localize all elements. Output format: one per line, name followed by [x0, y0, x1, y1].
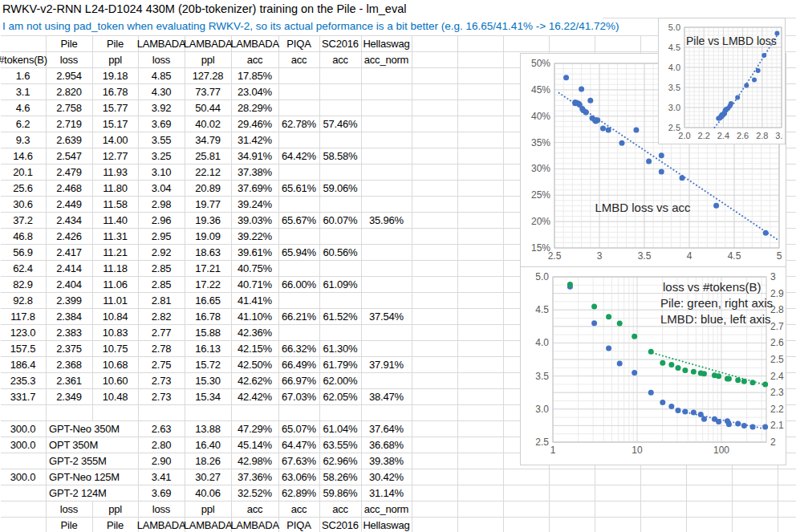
data-cell[interactable]: 22.12 — [185, 164, 231, 180]
data-cell[interactable] — [319, 292, 361, 308]
empty-cell[interactable] — [361, 404, 412, 420]
data-cell[interactable]: 9.3 — [0, 132, 46, 148]
data-cell[interactable]: 31.42% — [231, 132, 278, 148]
data-cell[interactable]: 30.6 — [0, 196, 46, 212]
data-cell[interactable]: 92.8 — [0, 292, 46, 308]
footer-label-cell[interactable]: loss — [138, 501, 185, 517]
model-name-cell[interactable]: GPT-2 124M — [46, 485, 138, 501]
data-cell[interactable]: 40.71% — [231, 276, 278, 292]
data-cell[interactable]: 31.14% — [361, 485, 412, 501]
empty-cell[interactable] — [138, 404, 185, 420]
data-cell[interactable]: 15.34 — [185, 388, 231, 404]
footer-label-cell[interactable]: acc — [231, 501, 278, 517]
data-cell[interactable]: 2.434 — [46, 212, 92, 228]
data-cell[interactable]: 39.61% — [231, 244, 278, 260]
data-cell[interactable]: 2.85 — [138, 276, 185, 292]
column-header-cell[interactable]: Hellaswag — [361, 35, 412, 51]
data-cell[interactable]: 34.91% — [231, 148, 278, 164]
data-cell[interactable] — [278, 83, 319, 99]
column-header-cell[interactable]: acc — [278, 51, 319, 67]
data-cell[interactable] — [361, 164, 412, 180]
footer-label-cell[interactable]: acc_norm — [361, 501, 412, 517]
data-cell[interactable] — [361, 148, 412, 164]
data-cell[interactable] — [319, 67, 361, 83]
data-cell[interactable]: 65.67% — [278, 212, 319, 228]
footer-label-cell[interactable]: LAMBADA — [231, 517, 278, 532]
data-cell[interactable]: 11.18 — [92, 260, 138, 276]
data-cell[interactable]: 30.27 — [185, 469, 231, 485]
data-cell[interactable] — [278, 99, 319, 116]
data-cell[interactable]: 2.820 — [46, 83, 92, 99]
empty-cell[interactable] — [319, 404, 361, 420]
data-cell[interactable]: 3.41 — [138, 469, 185, 485]
data-cell[interactable]: 2.77 — [138, 324, 185, 340]
data-cell[interactable]: 64.42% — [278, 148, 319, 164]
data-cell[interactable]: 2.479 — [46, 164, 92, 180]
data-cell[interactable]: 15.77 — [92, 99, 138, 116]
empty-cell[interactable] — [92, 404, 138, 420]
data-cell[interactable]: 2.414 — [46, 260, 92, 276]
data-cell[interactable]: 2.399 — [46, 292, 92, 308]
data-cell[interactable] — [319, 164, 361, 180]
data-cell[interactable]: 18.63 — [185, 244, 231, 260]
data-cell[interactable]: 41.10% — [231, 308, 278, 324]
data-cell[interactable]: 59.06% — [319, 180, 361, 196]
data-cell[interactable] — [361, 196, 412, 212]
data-cell[interactable]: 2.80 — [138, 437, 185, 453]
data-cell[interactable]: 23.04% — [231, 83, 278, 99]
footer-label-cell[interactable]: loss — [46, 501, 92, 517]
data-cell[interactable]: 2.95 — [138, 228, 185, 244]
data-cell[interactable]: 60.07% — [319, 212, 361, 228]
data-cell[interactable]: 11.93 — [92, 164, 138, 180]
data-cell[interactable]: 2.63 — [138, 420, 185, 437]
data-cell[interactable]: 66.00% — [278, 276, 319, 292]
data-cell[interactable]: 67.63% — [278, 453, 319, 469]
data-cell[interactable]: 46.8 — [0, 228, 46, 244]
sheet-subtitle-cell[interactable]: I am not using pad_token when evaluating… — [2, 20, 619, 32]
data-cell[interactable]: 39.22% — [231, 228, 278, 244]
column-header-cell[interactable]: acc — [231, 51, 278, 67]
data-cell[interactable]: 19.18 — [92, 67, 138, 83]
data-cell[interactable]: 20.89 — [185, 180, 231, 196]
empty-cell[interactable] — [185, 404, 231, 420]
data-cell[interactable]: 2.92 — [138, 244, 185, 260]
data-cell[interactable]: 42.42% — [231, 388, 278, 404]
data-cell[interactable]: 37.69% — [231, 180, 278, 196]
data-cell[interactable]: 3.92 — [138, 99, 185, 116]
data-cell[interactable]: 11.58 — [92, 196, 138, 212]
data-cell[interactable]: 65.07% — [278, 420, 319, 437]
data-cell[interactable]: 65.61% — [278, 180, 319, 196]
data-cell[interactable]: 10.84 — [92, 308, 138, 324]
data-cell[interactable]: 73.77 — [185, 83, 231, 99]
data-cell[interactable]: 13.88 — [185, 420, 231, 437]
data-cell[interactable]: 37.54% — [361, 308, 412, 324]
footer-label-cell[interactable]: LAMBADA — [185, 517, 231, 532]
data-cell[interactable]: 11.80 — [92, 180, 138, 196]
data-cell[interactable]: 6.2 — [0, 116, 46, 132]
data-cell[interactable] — [361, 228, 412, 244]
data-cell[interactable]: 42.15% — [231, 340, 278, 356]
data-cell[interactable] — [361, 83, 412, 99]
data-cell[interactable]: 37.64% — [361, 420, 412, 437]
data-cell[interactable]: 10.83 — [92, 324, 138, 340]
data-cell[interactable]: 36.68% — [361, 437, 412, 453]
data-cell[interactable]: 40.06 — [185, 485, 231, 501]
data-cell[interactable]: 11.06 — [92, 276, 138, 292]
data-cell[interactable]: 62.00% — [319, 372, 361, 388]
data-cell[interactable]: 2.547 — [46, 148, 92, 164]
data-cell[interactable] — [278, 324, 319, 340]
footer-label-cell[interactable]: Pile — [92, 517, 138, 532]
column-header-cell[interactable]: ppl — [92, 51, 138, 67]
data-cell[interactable]: 66.97% — [278, 372, 319, 388]
footer-label-cell[interactable]: acc — [278, 501, 319, 517]
data-cell[interactable]: 14.6 — [0, 148, 46, 164]
data-cell[interactable]: 58.26% — [319, 469, 361, 485]
data-cell[interactable]: 57.46% — [319, 116, 361, 132]
data-cell[interactable]: 2.417 — [46, 244, 92, 260]
data-cell[interactable]: 25.81 — [185, 148, 231, 164]
data-cell[interactable]: 17.85% — [231, 67, 278, 83]
data-cell[interactable]: 4.6 — [0, 99, 46, 116]
footer-label-cell[interactable]: Hellaswag — [361, 517, 412, 532]
data-cell[interactable]: 29.46% — [231, 116, 278, 132]
data-cell[interactable]: 37.38% — [231, 164, 278, 180]
